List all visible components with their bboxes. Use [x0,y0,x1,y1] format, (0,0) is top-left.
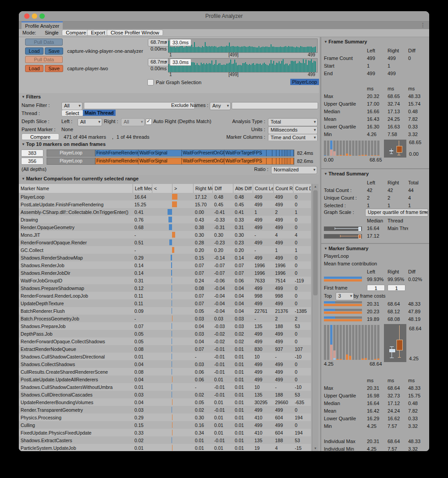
table-row[interactable]: Shadows.ExtractCasters0.020.01-0.010.011… [19,436,311,444]
col-count-diff[interactable]: Count Diff [293,184,311,193]
marker-segment[interactable]: WaitForTargetFPS [224,150,267,156]
table-row[interactable]: Batch.ProcessGeometryJob-0.030.030.03-22 [19,315,311,322]
marker-segment[interactable] [272,158,276,164]
exclude-mode-dropdown[interactable]: Any [210,102,231,110]
col-marker-name[interactable]: Marker Name [19,184,133,193]
table-row[interactable]: PostLateUpdate.UpdateAllRenderers0.040.0… [19,376,311,383]
auto-right-checkbox[interactable] [146,119,152,125]
table-row[interactable]: Render.OpaqueGeometry0.680.38-0.310.3149… [19,223,311,231]
table-row[interactable]: PostLateUpdate.FinishFrameRendering15.25… [19,201,311,208]
top10-title[interactable]: Top 10 markers on median frames [22,141,106,147]
col-right-median[interactable]: Right Median [193,184,212,193]
scrollbar-thumb[interactable] [313,190,318,295]
table-scrollbar[interactable]: ▲ ▼ [312,184,319,451]
marker-segment[interactable] [276,158,280,164]
table-row[interactable]: GC.Collect-0.200.200.20-11 [19,246,311,254]
col-count-left[interactable]: Count Left [253,184,273,193]
table-row[interactable]: Shadows.CullShadowCastersWithoutUmbra0.0… [19,383,311,391]
titlebar[interactable]: Profile Analyzer [19,11,429,21]
table-row[interactable]: CullResults.CreateSharedRendererScene0.0… [19,368,311,376]
table-row[interactable]: Culling0.150.160.010.014994990 [19,421,311,429]
depth-right-dropdown[interactable]: All [121,118,145,126]
table-row[interactable]: UpdateRendererBoundingVolumes0.040.050.0… [19,398,311,406]
first-frame-right-button[interactable]: 1 [388,285,405,291]
col-diff[interactable]: Diff [212,184,233,193]
col-right-bar[interactable]: > [172,184,193,193]
table-row[interactable]: FixedUpdate.PhysicsFixedUpdate0.330.340.… [19,429,311,436]
table-row[interactable]: Shadows.CollectShadows0.040.03-0.010.014… [19,360,311,368]
table-row[interactable]: Shadows.CullShadowCastersDirectional0.01… [19,353,311,360]
table-row[interactable]: Drawing0.760.43-0.330.334994990 [19,216,311,223]
table-row[interactable]: RenderForward.RenderLoopJob0.110.07-0.04… [19,292,311,299]
table-row[interactable]: Assembly-CSharp.dll!::Collectable.OnTrig… [19,208,311,216]
frame-summary-title[interactable]: Frame Summary [324,39,367,44]
table-row[interactable]: Render.TransparentGeometry0.030.02-0.010… [19,406,311,414]
table-row[interactable]: DepthPass.Job0.050.03-0.020.024994990 [19,330,311,337]
marker-segment[interactable] [267,150,272,156]
mode-single-button[interactable]: Single [40,30,63,36]
analysis-type-dropdown[interactable]: Total [268,118,318,126]
table-row[interactable]: Shadows.CullDirectionalCascades0.030.02-… [19,391,311,398]
graph-scale-dropdown[interactable]: Upper quartile of frame time [365,209,428,217]
col-count-right[interactable]: Count Right [273,184,293,193]
table-row[interactable]: Shadows.PrepareShadowmap0.120.08-0.040.0… [19,284,311,292]
marker-segment[interactable] [272,150,276,156]
first-frame-left-button[interactable]: 1 [367,285,385,291]
table-row[interactable]: Mono.JIT-0.300.300.30-44 [19,231,311,239]
marker-segment[interactable]: PlayerLoop [47,158,95,164]
table-row[interactable]: BatchRenderer.Flush0.090.05-0.040.042276… [19,307,311,315]
compare-button[interactable]: Compare [22,133,59,140]
marker-summary-title[interactable]: Marker Summary [324,246,368,251]
marker-segment[interactable]: WaitForSignal [138,158,182,164]
table-row[interactable]: RenderForwardOpaque.Render0.510.28-0.230… [19,239,311,246]
thread-row-left[interactable]: 16.64 Main Thread [321,224,429,232]
table-row[interactable]: UpdateDepthTexture0.110.07-0.040.0449949… [19,299,311,307]
table-row[interactable]: PlayerLoop16.6417.120.480.484994990 [19,193,311,201]
exclude-names-input[interactable] [232,102,318,109]
scale-dropdown-right[interactable]: 68.7ms [148,58,169,66]
marker-segment[interactable]: WaitForPresentOnGfxThread [182,150,224,156]
comparison-title[interactable]: Marker Comparison for currently selected… [22,176,138,181]
scroll-up-icon[interactable]: ▲ [312,184,319,189]
table-row[interactable]: RenderForwardOpaque.CollectShadows0.050.… [19,337,311,345]
ratio-dropdown[interactable]: Normalized [271,166,317,174]
top10-row[interactable]: 383PlayerLoopFinishFrameRenderingWaitFor… [21,149,313,157]
marker-segment[interactable]: PlayerLoop [47,150,95,156]
top-count-dropdown[interactable]: 3 [336,292,354,300]
pair-graph-selection-checkbox[interactable] [147,79,154,85]
table-row[interactable]: ParticleSystem.UpdateJob0.010.010.010.01… [19,444,311,451]
thread-row-right[interactable]: 17.12 [321,232,429,239]
pull-data-left-button[interactable]: Pull Data [25,38,63,46]
marker-segment[interactable] [276,150,280,156]
thread-select-button[interactable]: Select [61,110,83,116]
table-row[interactable]: WaitForJobGroupID0.310.24-0.060.06763375… [19,277,311,284]
marker-segment[interactable]: FinishFrameRendering [95,158,138,164]
pull-data-right-button[interactable]: Pull Data [25,56,63,63]
top10-row[interactable]: 356PlayerLoopFinishFrameRenderingWaitFor… [21,158,313,165]
table-row[interactable]: Shadows.RenderJobDir0.140.07-0.070.07199… [19,269,311,277]
col-left-median[interactable]: Left Median [133,184,152,193]
scroll-down-icon[interactable]: ▼ [312,446,319,451]
table-row[interactable]: Shadows.RenderShadowMap0.290.15-0.140.14… [19,254,311,261]
depth-left-dropdown[interactable]: All [78,118,102,126]
thread-value[interactable]: Main Thread [83,110,116,116]
table-row[interactable]: Physics.Processing0.290.300.010.01410604… [19,414,311,421]
table-row[interactable]: Shadows.PrepareJob0.070.04-0.030.0313518… [19,322,311,330]
load-right-button[interactable]: Load [25,65,43,72]
mode-compare-button[interactable]: Compare [62,30,90,36]
marker-segment[interactable]: WaitForPresentOnGfxThread [182,158,224,164]
save-right-button[interactable]: Save [45,65,63,72]
col-abs-diff[interactable]: ▲Abs Diff [233,184,253,193]
marker-segment[interactable]: WaitForSignal [138,150,182,156]
close-profiler-window-button[interactable]: Close Profiler Window [107,30,163,36]
marker-segment[interactable]: WaitForTargetFPS [224,158,267,164]
kebab-menu-icon[interactable]: ⋮ [420,22,426,28]
filters-title[interactable]: Filters [22,94,41,99]
selected-marker-label[interactable]: PlayerLoop [290,79,319,85]
col-left-bar[interactable]: < [152,184,172,193]
marker-segment[interactable] [267,158,272,164]
mode-export-button[interactable]: Export [87,30,109,36]
marker-segment[interactable]: FinishFrameRendering [95,150,138,156]
name-filter-mode-dropdown[interactable]: All [61,102,82,110]
table-row[interactable]: ExtractRenderNodeQueue0.080.07-0.010.018… [19,345,311,353]
